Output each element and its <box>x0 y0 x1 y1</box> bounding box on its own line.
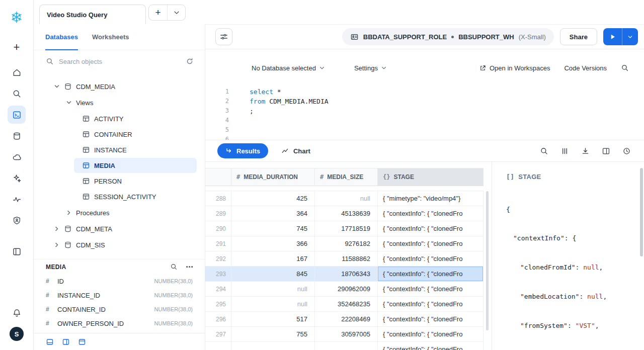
table-row[interactable]: 296 517 22208469 { "contextInfo": { "clo… <box>205 312 484 327</box>
column-row-container-id[interactable]: # CONTAINER_ID NUMBER(38,0) <box>34 302 205 316</box>
layout-full-panel-icon[interactable] <box>78 338 86 346</box>
ai-sparkles-icon[interactable] <box>8 169 26 187</box>
tree-item-container[interactable]: CONTAINER <box>74 127 197 142</box>
media-size-cell[interactable]: 290962009 <box>315 282 378 296</box>
run-options-chevron-icon[interactable] <box>622 28 638 45</box>
media-duration-cell[interactable]: 755 <box>231 327 315 341</box>
json-viewer[interactable]: { "contextInfo": { "clonedFromId": null,… <box>506 185 639 350</box>
cloud-data-icon[interactable] <box>8 148 26 166</box>
row-number-cell[interactable]: 294 <box>205 282 231 296</box>
tree-item-media-selected[interactable]: MEDIA <box>74 158 197 173</box>
media-duration-cell[interactable]: 425 <box>231 191 315 206</box>
stage-cell-selected[interactable]: { "contextInfo": { "clonedFro <box>378 267 484 281</box>
share-button[interactable]: Share <box>560 28 597 45</box>
media-duration-cell[interactable]: 364 <box>231 206 315 221</box>
media-size-cell[interactable]: 30597005 <box>315 327 378 341</box>
tree-item-views[interactable]: Views <box>34 95 205 111</box>
media-size-cell[interactable]: null <box>315 191 378 206</box>
stage-cell[interactable]: { "contextInfo": { "clonedFro <box>378 221 484 236</box>
table-row[interactable]: { "contextInfo": { "clonedFro <box>205 342 484 350</box>
stage-cell[interactable]: { "contextInfo": { "clonedFro <box>378 282 484 296</box>
panel-toggle-icon[interactable] <box>8 242 26 260</box>
table-row[interactable]: 297 755 30597005 { "contextInfo": { "clo… <box>205 327 484 342</box>
column-header-stage[interactable]: {} STAGE <box>378 168 484 186</box>
worksheets-icon[interactable] <box>8 106 26 124</box>
home-icon[interactable] <box>8 63 26 81</box>
stage-cell[interactable]: { "contextInfo": { "clonedFro <box>378 236 484 251</box>
refresh-icon[interactable] <box>186 57 194 65</box>
history-clock-icon[interactable] <box>622 147 631 155</box>
table-row[interactable]: 290 745 17718519 { "contextInfo": { "clo… <box>205 221 484 236</box>
main-scrollbar[interactable] <box>640 168 643 256</box>
table-scrollbar[interactable] <box>486 191 489 330</box>
code-versions-link[interactable]: Code Versions <box>564 64 607 72</box>
row-number-cell[interactable] <box>205 342 231 350</box>
row-number-cell[interactable]: 292 <box>205 251 231 266</box>
tree-item-instance[interactable]: INSTANCE <box>74 142 197 157</box>
media-duration-cell[interactable]: 366 <box>231 236 315 251</box>
tree-item-cdm-sis[interactable]: CDM_SIS <box>34 237 205 253</box>
media-size-cell[interactable]: 18706343 <box>315 267 378 281</box>
column-header-media-size[interactable]: # MEDIA_SIZE <box>315 168 378 186</box>
tree-item-cdm-meta[interactable]: CDM_META <box>34 221 205 237</box>
tab-list-chevron-icon[interactable] <box>167 5 185 20</box>
media-duration-cell[interactable]: null <box>231 282 315 296</box>
table-row-selected[interactable]: 293 845 18706343 { "contextInfo": { "clo… <box>205 267 484 282</box>
media-size-cell[interactable]: 17718519 <box>315 221 378 236</box>
column-header-media-duration[interactable]: # MEDIA_DURATION <box>231 168 315 186</box>
table-row[interactable]: 291 366 9276182 { "contextInfo": { "clon… <box>205 236 484 251</box>
media-duration-cell[interactable]: 745 <box>231 221 315 236</box>
display-settings-icon[interactable] <box>215 28 232 45</box>
row-number-cell[interactable]: 296 <box>205 312 231 326</box>
stage-cell[interactable]: { "contextInfo": { "clonedFro <box>378 312 484 326</box>
editor-search-icon[interactable] <box>621 64 629 72</box>
table-row[interactable]: 292 167 11588862 { "contextInfo": { "clo… <box>205 251 484 267</box>
row-number-cell[interactable]: 295 <box>205 297 231 311</box>
download-icon[interactable] <box>581 147 590 155</box>
split-panel-icon[interactable] <box>602 147 610 155</box>
table-row[interactable]: 288 425 null { "mimetype": "video/mp4"} <box>205 191 484 206</box>
tree-item-person[interactable]: PERSON <box>74 173 197 189</box>
layout-right-panel-icon[interactable] <box>62 338 70 346</box>
stage-cell[interactable]: { "mimetype": "video/mp4"} <box>378 191 484 206</box>
sql-editor[interactable]: 1 select * 2 from CDM_MEDIA.MEDIA 3 ; 4 … <box>205 84 644 140</box>
media-size-cell[interactable]: 45138639 <box>315 206 378 221</box>
database-selector[interactable]: No Database selected <box>252 64 325 72</box>
stage-cell[interactable]: { "contextInfo": { "clonedFro <box>378 342 484 350</box>
row-number-cell[interactable]: 293 <box>205 267 231 281</box>
tree-item-session-activity[interactable]: SESSION_ACTIVITY <box>74 189 197 204</box>
media-size-cell[interactable]: 11588862 <box>315 251 378 266</box>
media-duration-cell[interactable]: 845 <box>231 267 315 281</box>
tab-worksheets[interactable]: Worksheets <box>92 24 129 50</box>
tab-databases[interactable]: Databases <box>45 24 78 50</box>
results-search-icon[interactable] <box>540 147 548 155</box>
table-row[interactable]: 294 null 290962009 { "contextInfo": { "c… <box>205 282 484 297</box>
layout-bottom-panel-icon[interactable] <box>46 338 54 346</box>
context-selector[interactable]: BBDATA_SUPPORT_ROLE BBSUPPORT_WH (X-Smal… <box>342 28 554 45</box>
search-input[interactable] <box>59 58 181 65</box>
media-size-cell[interactable]: 22208469 <box>315 312 378 326</box>
row-number-cell[interactable]: 290 <box>205 221 231 236</box>
media-duration-cell[interactable] <box>231 342 315 350</box>
activity-icon[interactable] <box>8 190 26 208</box>
row-number-cell[interactable]: 288 <box>205 191 231 206</box>
open-in-workspaces-link[interactable]: Open in Workspaces <box>479 64 550 72</box>
worksheet-tab-active[interactable]: Video Studio Query <box>39 5 146 24</box>
column-row-owner-person-id[interactable]: # OWNER_PERSON_ID NUMBER(38,0) <box>34 316 205 330</box>
new-tab-plus-icon[interactable]: + <box>149 5 167 20</box>
run-button[interactable] <box>603 28 622 45</box>
row-number-cell[interactable]: 289 <box>205 206 231 221</box>
stage-cell[interactable]: { "contextInfo": { "clonedFro <box>378 297 484 311</box>
database-icon[interactable] <box>8 127 26 145</box>
search-icon[interactable] <box>8 84 26 103</box>
columns-icon[interactable] <box>560 147 569 155</box>
stage-cell[interactable]: { "contextInfo": { "clonedFro <box>378 251 484 266</box>
media-size-cell[interactable]: 9276182 <box>315 236 378 251</box>
media-size-cell[interactable]: 352468235 <box>315 297 378 311</box>
stage-cell[interactable]: { "contextInfo": { "clonedFro <box>378 327 484 341</box>
row-number-cell[interactable]: 291 <box>205 236 231 251</box>
stage-cell[interactable]: { "contextInfo": { "clonedFro <box>378 206 484 221</box>
table-row[interactable]: 289 364 45138639 { "contextInfo": { "clo… <box>205 206 484 221</box>
column-row-id[interactable]: # ID NUMBER(38,0) <box>34 274 205 288</box>
preview-magnifier-icon[interactable] <box>170 263 178 271</box>
